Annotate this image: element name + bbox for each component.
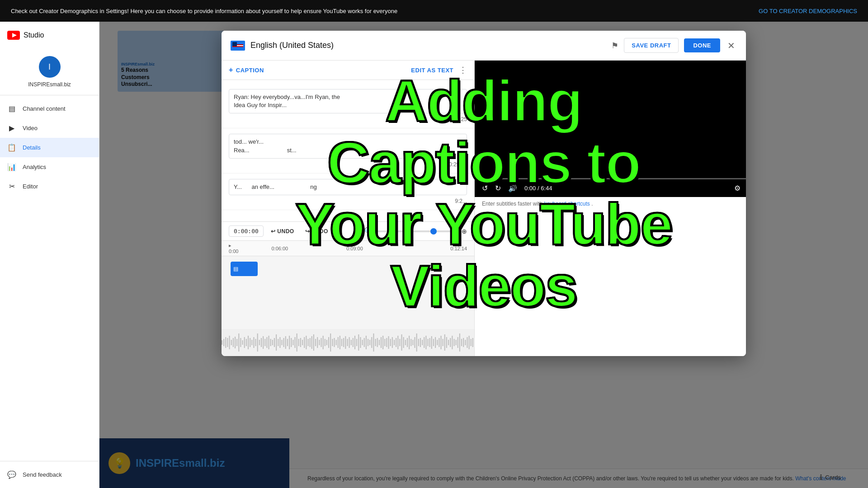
svg-rect-119 [431,336,432,349]
sidebar-item-send-feedback[interactable]: 💬 Send feedback [0,465,99,484]
svg-rect-11 [229,336,230,349]
svg-rect-134 [459,333,460,352]
svg-rect-29 [263,336,264,349]
svg-rect-112 [418,339,419,346]
video-progress-bar[interactable] [475,178,746,179]
undo-button[interactable]: ↩ UNDO [267,226,298,236]
svg-rect-130 [452,336,453,349]
redo-button[interactable]: ↪ REDO [302,226,332,236]
svg-rect-42 [287,339,288,346]
sidebar-item-label: Analytics [23,164,46,170]
svg-rect-19 [244,337,245,348]
sidebar-logo: Studio [0,25,99,49]
sidebar-item-video[interactable]: ▶ Video [0,118,99,138]
video-controls: ↺ ↻ 🔊 0:00 / 6:44 ⚙ [475,179,746,197]
caption-modal: English (United States) ⚑ SAVE DRAFT DON… [222,31,746,356]
sidebar-item-label: Video [23,125,38,131]
volume-button[interactable]: 🔊 [506,182,519,194]
svg-rect-89 [375,339,376,346]
sidebar-item-editor[interactable]: ✂ Editor [0,177,99,196]
svg-rect-23 [251,340,252,345]
hint-period: . [591,201,593,207]
settings-button[interactable]: ⚙ [734,184,741,192]
save-draft-button[interactable]: SAVE DRAFT [624,38,679,53]
svg-rect-24 [253,337,254,348]
track-caption-block: ▤ [231,262,258,276]
svg-rect-60 [321,338,321,347]
done-button[interactable]: DONE [684,38,720,52]
video-time-display: 0:00 / 6:44 [524,185,552,192]
timeline-track: ▤ [222,256,474,329]
keyboard-shortcuts-link[interactable]: keyboard shortcuts [544,201,590,207]
svg-rect-17 [240,338,241,347]
svg-rect-120 [433,339,434,346]
zoom-in-icon[interactable]: ⊕ [462,228,467,235]
modal-title: English (United States) [250,41,611,50]
svg-rect-59 [319,340,320,345]
svg-rect-136 [463,338,464,347]
timeline-marker-3: 0:12:14 [392,246,467,251]
zoom-slider[interactable] [377,230,458,232]
feedback-icon: 💬 [7,470,16,479]
svg-rect-65 [330,333,331,352]
svg-rect-100 [396,338,396,347]
svg-rect-93 [382,336,383,349]
caption-text: tod... we'r...Rea... st... [229,134,467,158]
caption-item[interactable]: tod... we'r...Rea... st... 0:29:24 [222,128,474,173]
add-caption-button[interactable]: + CAPTION [229,66,264,74]
svg-rect-63 [326,340,327,345]
more-options-icon[interactable]: ⋮ [459,65,467,75]
svg-rect-82 [362,340,363,345]
svg-rect-86 [369,340,370,345]
timeline-marker-1: 0:06:00 [242,246,317,251]
svg-rect-31 [266,337,267,348]
zoom-track [377,230,458,232]
svg-rect-13 [233,338,234,347]
edit-as-text-button[interactable]: EDIT AS TEXT [411,67,453,74]
video-icon: ▶ [7,124,16,132]
caption-timestamp: 0:25 [229,116,467,122]
svg-rect-49 [300,338,301,347]
banner-cta[interactable]: GO TO CREATOR DEMOGRAPHICS [759,8,857,14]
fast-forward-button[interactable]: ↻ [493,182,503,194]
svg-rect-71 [341,339,342,346]
content-area: INSPIREsmall.biz 5 Reasons Customers Uns… [99,22,868,488]
svg-rect-37 [278,339,278,346]
svg-rect-105 [405,340,406,345]
svg-rect-111 [416,333,417,352]
top-banner: Check out Creator Demographics in Settin… [0,0,868,22]
caption-track-icon: ▤ [233,266,238,272]
keyboard-shortcuts-hint: Enter subtitles faster with keyboard sho… [475,197,746,211]
language-icon [231,41,245,51]
sidebar-item-channel-content[interactable]: ▤ Channel content [0,99,99,118]
feedback-flag-icon[interactable]: ⚑ [611,41,618,51]
svg-rect-40 [283,338,284,347]
svg-rect-70 [340,336,340,349]
sidebar-nav: ▤ Channel content ▶ Video 📋 Details 📊 An… [0,99,99,196]
rewind-button[interactable]: ↺ [480,182,490,194]
caption-item[interactable]: Ryan: Hey everybody...va...I'm Ryan, the… [222,84,474,128]
svg-rect-139 [469,336,470,349]
svg-rect-132 [456,340,457,345]
svg-rect-73 [345,336,346,349]
zoom-out-icon[interactable]: 🔍 [364,227,373,235]
timeline-controls: 0:00:00 ↩ UNDO ↪ REDO 🔍 [222,222,474,241]
svg-rect-12 [231,340,232,345]
studio-label: Studio [24,31,44,39]
caption-timestamp: 9:2... [229,198,467,204]
svg-rect-133 [458,337,458,348]
svg-rect-58 [317,337,318,348]
sidebar-item-details[interactable]: 📋 Details [0,138,99,157]
svg-rect-96 [388,336,389,349]
caption-item[interactable]: Y... an effe... ng 9:2... [222,174,474,210]
svg-rect-110 [414,337,415,348]
svg-rect-99 [394,340,395,345]
banner-message: Check out Creator Demographics in Settin… [11,8,397,14]
sidebar-item-analytics[interactable]: 📊 Analytics [0,157,99,177]
svg-rect-101 [397,336,398,349]
svg-rect-67 [334,338,335,347]
svg-rect-62 [325,339,326,346]
close-modal-button[interactable]: ✕ [726,38,737,53]
svg-rect-6 [232,42,237,46]
timeline-marker-0: ▸ 0:00 [229,243,242,254]
